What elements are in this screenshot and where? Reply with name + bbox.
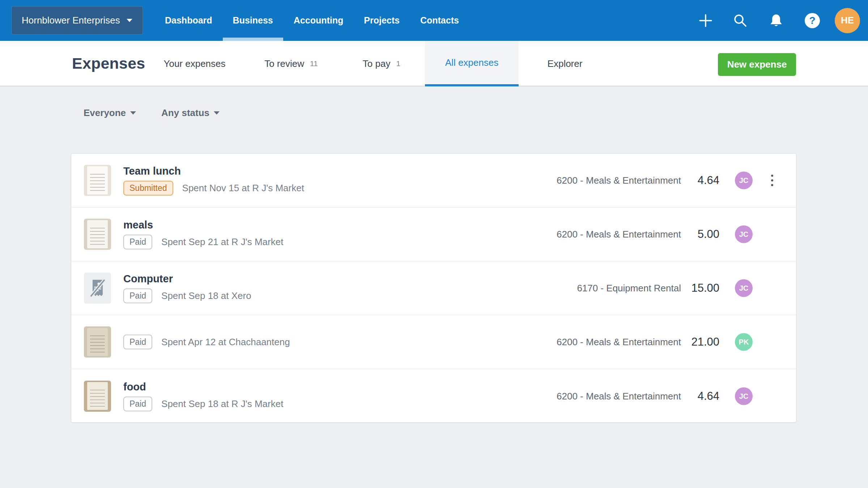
receipt-thumbnail[interactable] — [84, 273, 111, 304]
more-options-icon[interactable] — [766, 170, 778, 191]
account-category: 6200 - Meals & Entertainment — [557, 229, 681, 240]
submitter-avatar[interactable]: PK — [735, 333, 753, 351]
org-name: Hornblower Enterprises — [22, 15, 120, 26]
nav-item-accounting[interactable]: Accounting — [294, 0, 344, 41]
top-navigation-bar: Hornblower Enterprises Dashboard Busines… — [0, 0, 868, 41]
nav-item-contacts[interactable]: Contacts — [420, 0, 459, 41]
expense-title: food — [123, 381, 283, 393]
expense-description: Spent Sep 18 at Xero — [161, 290, 251, 301]
tab-all-expenses[interactable]: All expenses — [425, 41, 519, 86]
receipt-image — [87, 166, 108, 194]
submitter-avatar[interactable]: JC — [735, 172, 753, 189]
expense-main: Paid Spent Apr 12 at Chachaanteng — [123, 335, 290, 350]
receipt-image — [87, 328, 108, 356]
filter-bar: Everyone Any status — [84, 107, 220, 119]
status-badge: Paid — [123, 288, 152, 303]
receipt-thumbnail[interactable] — [84, 219, 111, 250]
status-badge: Paid — [123, 235, 152, 249]
submitter-avatar[interactable]: JC — [735, 387, 753, 405]
expense-description: Spent Apr 12 at Chachaanteng — [161, 337, 290, 348]
tab-explorer[interactable]: Explorer — [541, 41, 588, 86]
no-receipt-icon — [89, 279, 106, 297]
plus-icon[interactable] — [699, 14, 712, 27]
chevron-down-icon — [127, 19, 132, 22]
expense-row[interactable]: meals Paid Spent Sep 21 at R J's Market … — [71, 207, 796, 261]
expense-list: Team lunch Submitted Spent Nov 15 at R J… — [71, 153, 796, 423]
tab-to-review[interactable]: To review 11 — [253, 41, 329, 86]
account-category: 6200 - Meals & Entertainment — [557, 337, 681, 348]
expense-amount: 5.00 — [698, 228, 719, 241]
expense-title: Team lunch — [123, 165, 304, 177]
receipt-thumbnail[interactable] — [84, 165, 111, 196]
expense-amount: 4.64 — [698, 174, 719, 187]
account-category: 6200 - Meals & Entertainment — [557, 175, 681, 186]
page-title: Expenses — [72, 55, 145, 72]
nav-item-projects[interactable]: Projects — [364, 0, 400, 41]
status-badge: Paid — [123, 397, 152, 411]
account-category: 6200 - Meals & Entertainment — [557, 390, 681, 402]
expense-row[interactable]: Paid Spent Apr 12 at Chachaanteng 6200 -… — [71, 315, 796, 369]
expense-amount: 21.00 — [691, 335, 719, 348]
topbar-icon-group: ? HE — [699, 0, 860, 41]
page-header: Expenses Your expenses To review 11 To p… — [0, 41, 868, 86]
expense-main: Computer Paid Spent Sep 18 at Xero — [123, 273, 251, 303]
submitter-avatar[interactable]: JC — [735, 279, 753, 297]
search-icon[interactable] — [733, 13, 748, 28]
filter-everyone[interactable]: Everyone — [84, 107, 136, 119]
tab-to-pay[interactable]: To pay 1 — [351, 41, 412, 86]
nav-item-business[interactable]: Business — [233, 0, 273, 41]
chevron-down-icon — [214, 111, 220, 115]
org-switcher-button[interactable]: Hornblower Enterprises — [11, 6, 143, 35]
chevron-down-icon — [130, 111, 136, 115]
receipt-image — [87, 382, 108, 410]
user-avatar[interactable]: HE — [835, 8, 860, 33]
expense-description: Spent Sep 21 at R J's Market — [161, 236, 283, 248]
expense-amount: 4.64 — [698, 390, 719, 403]
expense-description: Spent Nov 15 at R J's Market — [182, 183, 304, 194]
expense-title: meals — [123, 219, 283, 231]
status-badge: Submitted — [123, 181, 173, 196]
nav-item-dashboard[interactable]: Dashboard — [165, 0, 212, 41]
new-expense-button[interactable]: New expense — [718, 53, 796, 76]
primary-nav: Dashboard Business Accounting Projects C… — [165, 0, 459, 41]
notifications-icon[interactable] — [768, 13, 784, 29]
to-review-count: 11 — [310, 59, 318, 68]
filter-any-status[interactable]: Any status — [161, 107, 220, 119]
account-category: 6170 - Equipment Rental — [577, 283, 681, 294]
expense-main: food Paid Spent Sep 18 at R J's Market — [123, 381, 283, 411]
tab-your-expenses[interactable]: Your expenses — [162, 41, 227, 86]
expense-description: Spent Sep 18 at R J's Market — [161, 398, 283, 410]
expense-amount: 15.00 — [691, 282, 719, 295]
expense-row[interactable]: Team lunch Submitted Spent Nov 15 at R J… — [71, 154, 796, 207]
expense-main: meals Paid Spent Sep 21 at R J's Market — [123, 219, 283, 249]
to-pay-count: 1 — [396, 59, 400, 68]
expense-title: Computer — [123, 273, 251, 285]
status-badge: Paid — [123, 335, 152, 350]
receipt-thumbnail[interactable] — [84, 326, 111, 358]
submitter-avatar[interactable]: JC — [735, 226, 753, 243]
receipt-thumbnail[interactable] — [84, 381, 111, 412]
expense-main: Team lunch Submitted Spent Nov 15 at R J… — [123, 165, 304, 196]
receipt-image — [87, 220, 108, 248]
help-icon[interactable]: ? — [805, 13, 820, 28]
expense-row[interactable]: Computer Paid Spent Sep 18 at Xero 6170 … — [71, 261, 796, 315]
expense-row[interactable]: food Paid Spent Sep 18 at R J's Market 6… — [71, 369, 796, 423]
